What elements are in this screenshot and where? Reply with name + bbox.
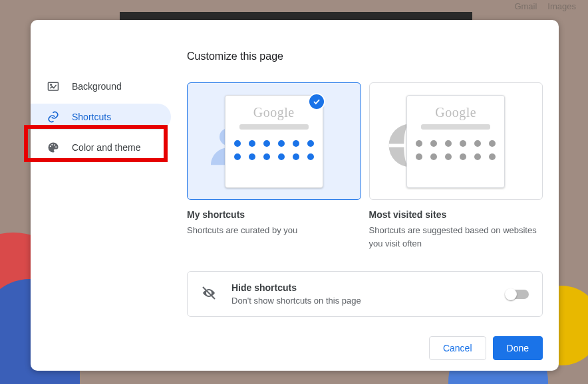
dialog-footer: Cancel Done (429, 336, 543, 360)
search-bar-placeholder (239, 124, 309, 130)
svg-point-1 (51, 84, 52, 86)
svg-point-4 (54, 144, 55, 145)
hide-toggle[interactable] (506, 290, 529, 299)
svg-point-2 (50, 145, 51, 147)
sidebar-item-color-theme[interactable]: Color and theme (31, 134, 171, 161)
option-most-visited[interactable]: Google (369, 82, 543, 200)
palette-icon (47, 141, 60, 154)
option-title: Most visited sites (369, 209, 543, 220)
search-bar-placeholder (421, 124, 490, 130)
tile-brand-label: Google (435, 105, 476, 120)
preview-tile: Google (225, 95, 323, 188)
toggle-knob (505, 288, 517, 300)
dialog-main: Customize this page Google (180, 20, 559, 371)
sidebar-item-background[interactable]: Background (31, 73, 171, 100)
option-descriptions: My shortcuts Shortcuts are curated by yo… (187, 200, 543, 250)
sidebar-item-shortcuts[interactable]: Shortcuts (31, 104, 171, 130)
images-link[interactable]: Images (547, 1, 576, 11)
option-description: Shortcuts are suggested based on website… (369, 224, 543, 250)
hide-icon (201, 285, 217, 304)
background-decor (120, 12, 472, 20)
sidebar-item-label: Color and theme (72, 142, 141, 153)
svg-rect-0 (49, 82, 59, 90)
option-my-shortcuts[interactable]: Google (187, 82, 361, 200)
tile-dots (416, 140, 496, 160)
svg-point-3 (51, 144, 53, 145)
option-title: My shortcuts (187, 209, 361, 220)
gmail-link[interactable]: Gmail (514, 1, 537, 11)
tile-brand-label: Google (253, 105, 295, 120)
check-icon (308, 93, 325, 110)
customize-dialog: Background Shortcuts Color and theme Cus… (31, 20, 559, 371)
sidebar-item-label: Background (72, 81, 122, 92)
hide-shortcuts-row: Hide shortcuts Don't show shortcuts on t… (187, 271, 543, 317)
sidebar: Background Shortcuts Color and theme (31, 20, 180, 371)
dialog-title: Customize this page (187, 50, 543, 62)
done-button[interactable]: Done (493, 336, 543, 360)
shortcut-options: Google Google (187, 82, 543, 200)
sidebar-item-label: Shortcuts (72, 112, 111, 122)
image-icon (47, 80, 60, 93)
svg-point-5 (55, 146, 57, 147)
cancel-button[interactable]: Cancel (429, 336, 486, 360)
preview-tile: Google (406, 95, 505, 188)
hide-description: Don't show shortcuts on this page (231, 296, 492, 306)
tile-dots (234, 140, 314, 160)
option-description: Shortcuts are curated by you (187, 224, 361, 237)
link-icon (47, 110, 60, 124)
hide-title: Hide shortcuts (231, 282, 492, 293)
top-links: Gmail Images (514, 1, 576, 11)
